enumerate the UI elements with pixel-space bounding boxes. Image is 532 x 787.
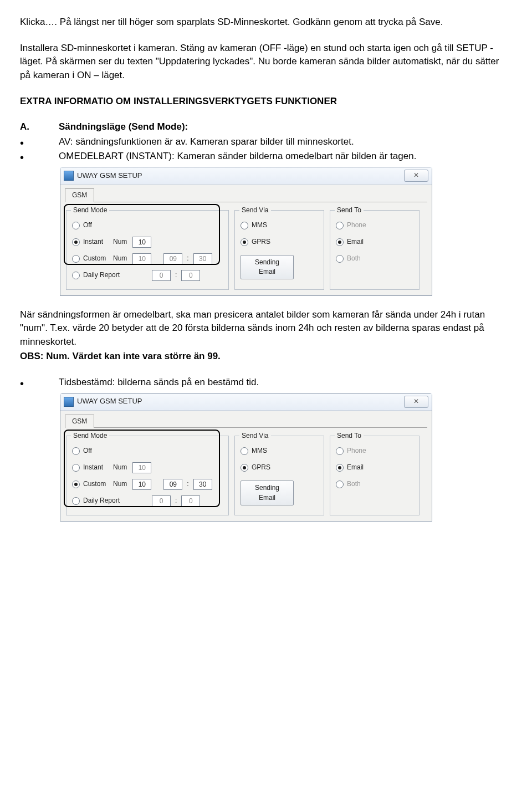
group-title-sendvia: Send Via <box>239 431 271 441</box>
label-phone: Phone <box>347 221 374 230</box>
input-daily-min[interactable]: 0 <box>181 270 200 281</box>
list-bullet-1: • AV: sändningsfunktionen är av. Kameran… <box>20 135 512 149</box>
input-daily-hour[interactable]: 0 <box>152 495 171 507</box>
screenshot-custom: UWAY GSM SETUP ✕ GSM Send Mode Off <box>60 393 512 522</box>
window-title: UWAY GSM SETUP <box>77 396 404 407</box>
group-send-mode: Send Mode Off Instant Num 10 Custom <box>66 210 229 290</box>
radio-gprs[interactable] <box>241 238 248 246</box>
input-custom-num[interactable]: 10 <box>132 479 151 490</box>
window-titlebar: UWAY GSM SETUP ✕ <box>60 167 432 185</box>
group-send-to: Send To Phone Email Both <box>330 210 420 290</box>
label-off: Off <box>83 221 110 230</box>
label-num: Num <box>113 463 127 472</box>
list-item-a: A. Sändningsläge (Send Mode): <box>20 120 512 134</box>
section-heading: EXTRA INFORMATIO OM INSTALLERINGSVERKTYG… <box>20 95 512 109</box>
input-daily-hour[interactable]: 0 <box>152 270 171 281</box>
radio-custom[interactable] <box>72 255 80 263</box>
paragraph-1: Klicka…. På längst ner till höger som sp… <box>20 16 512 29</box>
label-off: Off <box>83 446 110 456</box>
window-title: UWAY GSM SETUP <box>77 171 404 181</box>
tab-gsm[interactable]: GSM <box>65 188 94 202</box>
label-email: Email <box>347 237 374 247</box>
label-instant: Instant <box>83 463 110 472</box>
tab-strip: GSM <box>65 188 427 202</box>
list-bullet-3: • Tidsbestämd: bilderna sänds på en best… <box>20 376 512 390</box>
screenshot-instant: UWAY GSM SETUP ✕ GSM Send Mode Off <box>60 167 512 295</box>
input-custom-min[interactable]: 30 <box>193 253 212 264</box>
label-both: Both <box>347 479 374 489</box>
label-email: Email <box>347 463 374 472</box>
group-send-mode: Send Mode Off Instant Num 10 Custom <box>66 436 229 515</box>
radio-email[interactable] <box>336 238 344 246</box>
bullet-icon: • <box>20 135 59 149</box>
paragraph-3: När sändningsformen är omedelbart, ska m… <box>20 308 512 349</box>
paragraph-2: Installera SD-minneskortet i kameran. St… <box>20 42 512 83</box>
label-gprs: GPRS <box>252 463 278 472</box>
group-title-sendmode: Send Mode <box>71 431 109 441</box>
close-button[interactable]: ✕ <box>404 396 428 408</box>
list-title-a: Sändningsläge (Send Mode): <box>59 120 512 134</box>
label-gprs: GPRS <box>252 237 278 247</box>
paragraph-obs: OBS: Num. Värdet kan inte vara större än… <box>20 350 512 364</box>
bullet-3-text: Tidsbestämd: bilderna sänds på en bestäm… <box>59 376 512 390</box>
input-instant-num[interactable]: 10 <box>132 462 151 473</box>
radio-instant[interactable] <box>72 238 80 246</box>
input-custom-hour[interactable]: 09 <box>163 479 182 490</box>
label-custom: Custom <box>83 254 110 263</box>
label-both: Both <box>347 254 374 263</box>
input-custom-min[interactable]: 30 <box>193 479 212 490</box>
radio-email[interactable] <box>336 464 344 472</box>
group-send-to: Send To Phone Email Both <box>330 436 420 515</box>
label-daily: Daily Report <box>83 270 130 280</box>
list-marker-a: A. <box>20 120 59 134</box>
label-num: Num <box>113 237 127 247</box>
label-num: Num <box>113 254 127 263</box>
close-button[interactable]: ✕ <box>404 170 428 182</box>
radio-daily[interactable] <box>72 272 80 279</box>
bullet-icon: • <box>20 376 59 389</box>
window-titlebar: UWAY GSM SETUP ✕ <box>60 394 432 411</box>
radio-instant[interactable] <box>72 464 80 472</box>
radio-mms[interactable] <box>241 447 248 455</box>
input-custom-num[interactable]: 10 <box>132 253 151 264</box>
label-phone: Phone <box>347 446 374 456</box>
radio-daily[interactable] <box>72 497 80 505</box>
bullet-1-text: AV: sändningsfunktionen är av. Kameran s… <box>59 135 512 149</box>
group-send-via: Send Via MMS GPRS Sending Email <box>234 210 324 290</box>
label-custom: Custom <box>83 479 110 489</box>
list-bullet-2: • OMEDELBART (INSTANT): Kameran sänder b… <box>20 150 512 163</box>
input-daily-min[interactable]: 0 <box>181 495 200 507</box>
group-send-via: Send Via MMS GPRS Sending Email <box>234 436 324 515</box>
app-icon <box>64 397 74 407</box>
tab-gsm[interactable]: GSM <box>65 415 94 428</box>
label-num: Num <box>113 479 127 489</box>
radio-mms[interactable] <box>241 222 248 229</box>
bullet-2-text: OMEDELBART (INSTANT): Kameran sänder bil… <box>59 150 512 163</box>
radio-off[interactable] <box>72 222 80 229</box>
input-instant-num[interactable]: 10 <box>132 237 151 248</box>
tab-strip: GSM <box>65 414 427 428</box>
radio-custom[interactable] <box>72 481 80 488</box>
group-title-sendmode: Send Mode <box>71 206 109 215</box>
bullet-icon: • <box>20 150 59 163</box>
label-daily: Daily Report <box>83 496 130 505</box>
app-icon <box>64 171 74 181</box>
input-custom-hour[interactable]: 09 <box>163 253 182 264</box>
radio-both[interactable] <box>336 255 344 263</box>
radio-gprs[interactable] <box>241 464 248 472</box>
radio-off[interactable] <box>72 447 80 455</box>
radio-phone[interactable] <box>336 447 344 455</box>
sending-email-button[interactable]: Sending Email <box>241 255 294 280</box>
sending-email-button[interactable]: Sending Email <box>241 481 294 505</box>
group-title-sendto: Send To <box>335 206 364 215</box>
radio-both[interactable] <box>336 481 344 488</box>
label-instant: Instant <box>83 237 110 247</box>
group-title-sendto: Send To <box>335 431 364 441</box>
label-mms: MMS <box>252 446 278 456</box>
radio-phone[interactable] <box>336 222 344 229</box>
group-title-sendvia: Send Via <box>239 206 271 215</box>
label-mms: MMS <box>252 221 278 230</box>
